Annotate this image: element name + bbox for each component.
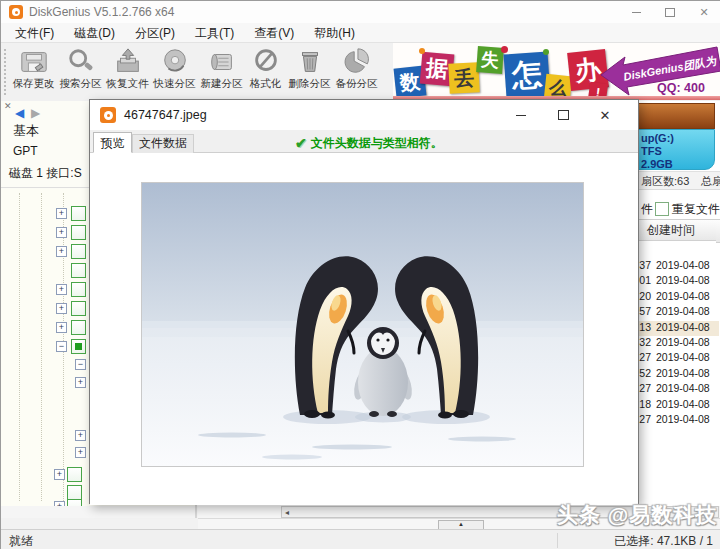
toolbar-button-new-partition[interactable]: 新建分区: [198, 44, 245, 100]
status-separator: [557, 533, 558, 548]
banner-dot-icon: [501, 46, 508, 53]
table-row[interactable]: :202019-04-08: [631, 290, 719, 305]
toolbar-button-label: 备份分区: [333, 77, 380, 89]
table-row[interactable]: :012019-04-08: [631, 274, 719, 289]
total-sector-text: 总扇: [701, 174, 720, 189]
back-arrow-icon[interactable]: ◀: [15, 107, 24, 119]
tree-expander-icon[interactable]: +: [56, 227, 67, 238]
dialog-tab-bar: ✔ 文件头数据与类型相符。 预览文件数据: [90, 130, 638, 153]
table-row[interactable]: :522019-04-08: [631, 367, 719, 382]
toolbar-button-label: 保存更改: [10, 77, 57, 89]
bottom-strip-left: [1, 518, 198, 529]
bottom-gap: [198, 506, 281, 518]
menu-item-3[interactable]: 工具(T): [185, 23, 244, 43]
column-header-filler: [716, 219, 720, 243]
toolbar-button-label: 删除分区: [286, 77, 333, 89]
delete-partition-icon: [286, 47, 333, 77]
tree-checkbox[interactable]: [71, 339, 86, 354]
toolbar-button-recover-file[interactable]: 恢复文件: [104, 44, 151, 100]
tab-preview[interactable]: 预览: [93, 132, 132, 153]
row-create-date: 2019-04-08: [656, 351, 710, 366]
toolbar-button-label: 搜索分区: [57, 77, 104, 89]
dialog-status: ✔ 文件头数据与类型相符。: [295, 133, 443, 153]
tree-expander-icon[interactable]: −: [75, 359, 86, 370]
app-logo-icon: [9, 5, 23, 19]
tree-checkbox[interactable]: [71, 320, 86, 335]
toolbar-button-search[interactable]: 搜索分区: [57, 44, 104, 100]
duplicate-files-label: 重复文件: [672, 201, 720, 218]
tree-checkbox[interactable]: [71, 301, 86, 316]
tree-expander-icon[interactable]: +: [56, 208, 67, 219]
scroll-left-icon[interactable]: ◂: [285, 507, 289, 517]
dialog-close-button[interactable]: ✕: [584, 100, 626, 130]
dialog-maximize-button[interactable]: [542, 100, 584, 130]
window-minimize-button[interactable]: [619, 1, 653, 23]
tree-expander-icon[interactable]: +: [56, 322, 67, 333]
table-row[interactable]: :132019-04-08: [631, 321, 719, 336]
dialog-minimize-button[interactable]: [500, 100, 542, 130]
tree-checkbox[interactable]: [67, 499, 82, 506]
window-close-button[interactable]: ✕: [687, 1, 720, 23]
new-partition-icon: [198, 47, 245, 77]
search-icon: [57, 47, 104, 77]
menu-item-0[interactable]: 文件(F): [5, 23, 64, 43]
sidebar-item-0[interactable]: 基本: [13, 122, 39, 140]
window-title: DiskGenius V5.1.2.766 x64: [29, 1, 174, 23]
tree-expander-icon[interactable]: +: [56, 246, 67, 257]
tree-checkbox[interactable]: [71, 263, 86, 278]
tree-expander-icon[interactable]: +: [56, 284, 67, 295]
preview-area: [90, 153, 638, 505]
table-row[interactable]: :372019-04-08: [631, 259, 719, 274]
tree-checkbox[interactable]: [67, 485, 82, 500]
row-create-date: 2019-04-08: [656, 274, 710, 289]
duplicate-files-checkbox[interactable]: [655, 202, 669, 216]
table-row[interactable]: :272019-04-08: [631, 382, 719, 397]
tree-checkbox[interactable]: [71, 206, 86, 221]
tree-guide-line: [41, 193, 42, 501]
tree-expander-icon[interactable]: +: [54, 469, 65, 480]
table-row[interactable]: :272019-04-08: [631, 351, 719, 366]
row-create-date: 2019-04-08: [656, 398, 710, 413]
partition-label-1: TFS: [641, 145, 662, 158]
menu-item-2[interactable]: 分区(P): [125, 23, 185, 43]
banner-dot-icon: [543, 49, 549, 55]
table-row[interactable]: :322019-04-08: [631, 336, 719, 351]
toolbar-button-delete-partition[interactable]: 删除分区: [286, 44, 333, 100]
tree-checkbox[interactable]: [71, 225, 86, 240]
toolbar-button-save[interactable]: 保存更改: [10, 44, 57, 100]
header-fragment: 件: [641, 201, 653, 218]
toolbar-button-label: 新建分区: [198, 77, 245, 89]
toolbar-button-label: 格式化: [245, 77, 286, 89]
tree-expander-icon[interactable]: −: [56, 341, 67, 352]
table-row[interactable]: :572019-04-08: [631, 305, 719, 320]
partition-label-2: 2.9GB: [641, 158, 673, 171]
banner-tile-3: 失: [476, 46, 504, 74]
menu-item-4[interactable]: 查看(V): [244, 23, 304, 43]
forward-arrow-icon[interactable]: ▶: [31, 107, 40, 119]
tree-expander-icon[interactable]: +: [75, 447, 86, 458]
menu-item-1[interactable]: 磁盘(D): [64, 23, 125, 43]
menu-item-5[interactable]: 帮助(H): [304, 23, 365, 43]
recover-file-icon: [104, 47, 151, 77]
tree-expander-icon[interactable]: +: [75, 430, 86, 441]
watermark-text: 头条 @易数科技: [557, 501, 717, 529]
tree-checkbox[interactable]: [67, 467, 82, 482]
toolbar-button-backup-partition[interactable]: 备份分区: [333, 44, 380, 100]
table-row[interactable]: :182019-04-08: [631, 398, 719, 413]
sidebar-item-2[interactable]: 磁盘 1 接口:S: [9, 165, 82, 182]
toolbar-button-label: 快速分区: [151, 77, 198, 89]
window-maximize-button[interactable]: [653, 1, 687, 23]
tree-checkbox[interactable]: [71, 282, 86, 297]
tab-file-data[interactable]: 文件数据: [132, 134, 194, 153]
banner-dot-icon: [419, 48, 425, 54]
tree-expander-icon[interactable]: +: [56, 303, 67, 314]
row-create-date: 2019-04-08: [656, 290, 710, 305]
panel-close-icon[interactable]: ✕: [4, 101, 12, 111]
tree-checkbox[interactable]: [71, 244, 86, 259]
tree-expander-icon[interactable]: +: [75, 377, 86, 388]
toolbar-button-format[interactable]: 格式化: [245, 44, 286, 100]
preview-image: [141, 182, 584, 467]
toolbar-button-quick-partition[interactable]: 快速分区: [151, 44, 198, 100]
table-row[interactable]: :272019-04-08: [631, 413, 719, 428]
sidebar-item-1[interactable]: GPT: [13, 144, 38, 158]
